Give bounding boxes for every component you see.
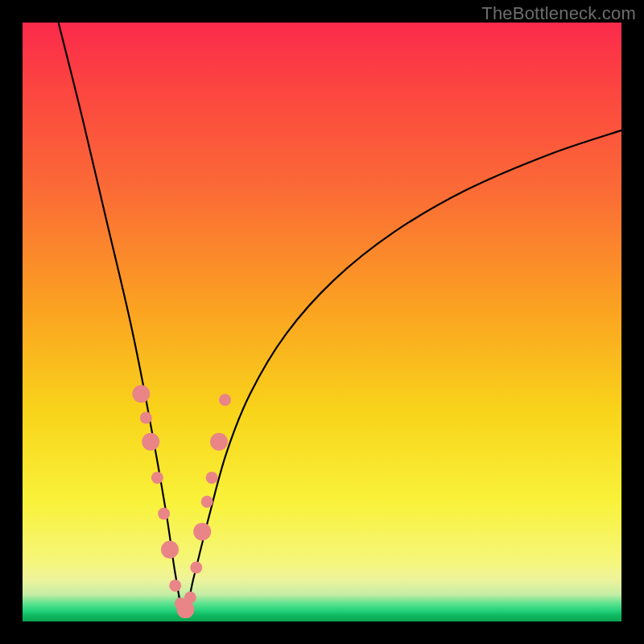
chart-frame: TheBottleneck.com	[0, 0, 644, 644]
bottleneck-curve-svg	[23, 23, 621, 621]
plot-area	[23, 23, 621, 621]
curve-marker	[151, 472, 163, 484]
watermark-text: TheBottleneck.com	[481, 3, 636, 24]
curve-marker	[161, 541, 179, 559]
curve-marker	[193, 522, 211, 540]
curve-marker	[140, 412, 152, 424]
curve-marker	[190, 562, 202, 574]
curve-marker	[132, 385, 150, 402]
curve-marker	[158, 508, 170, 520]
curve-marker	[206, 472, 218, 484]
curve-marker	[210, 433, 228, 451]
curve-marker	[219, 394, 231, 406]
curve-marker	[184, 592, 196, 604]
bottleneck-curve	[59, 23, 621, 616]
curve-marker	[169, 580, 181, 592]
curve-marker	[142, 433, 159, 451]
curve-marker	[201, 496, 213, 508]
marker-group	[132, 385, 231, 618]
